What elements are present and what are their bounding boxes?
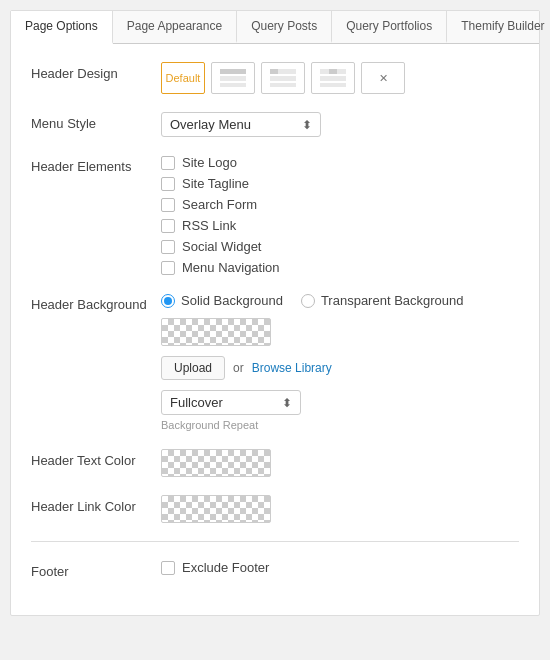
checkbox-menu-navigation[interactable]: Menu Navigation <box>161 260 519 275</box>
fullcover-wrapper: Fullcover ⬍ Background Repeat <box>161 390 519 431</box>
radio-transparent-background[interactable]: Transparent Background <box>301 293 464 308</box>
checkbox-box-site-tagline[interactable] <box>161 177 175 191</box>
header-link-color-label: Header Link Color <box>31 495 161 514</box>
svg-rect-8 <box>329 69 337 74</box>
header-elements-list: Site Logo Site Tagline Search Form RSS L… <box>161 155 519 275</box>
radio-dot-transparent[interactable] <box>301 294 315 308</box>
header-design-row: Header Design Default <box>31 62 519 94</box>
checkbox-label-site-logo: Site Logo <box>182 155 237 170</box>
checkbox-exclude-footer[interactable]: Exclude Footer <box>161 560 519 575</box>
header-design-label: Header Design <box>31 62 161 81</box>
settings-panel: Page Options Page Appearance Query Posts… <box>10 10 540 616</box>
checkbox-label-site-tagline: Site Tagline <box>182 176 249 191</box>
header-link-color-value <box>161 495 519 523</box>
checkbox-label-search-form: Search Form <box>182 197 257 212</box>
footer-label: Footer <box>31 560 161 579</box>
tab-themify-builder[interactable]: Themify Builder <box>447 11 550 43</box>
upload-or-text: or <box>233 361 244 375</box>
radio-label-solid: Solid Background <box>181 293 283 308</box>
checkbox-label-menu-navigation: Menu Navigation <box>182 260 280 275</box>
svg-rect-0 <box>220 69 246 74</box>
page-options-content: Header Design Default <box>11 44 539 615</box>
checkbox-site-logo[interactable]: Site Logo <box>161 155 519 170</box>
checkbox-box-social-widget[interactable] <box>161 240 175 254</box>
link-color-picker[interactable] <box>161 495 271 523</box>
radio-label-transparent: Transparent Background <box>321 293 464 308</box>
bg-repeat-label: Background Repeat <box>161 419 519 431</box>
header-link-color-row: Header Link Color <box>31 495 519 523</box>
svg-rect-6 <box>270 83 296 87</box>
header-text-color-value <box>161 449 519 477</box>
footer-row: Footer Exclude Footer <box>31 560 519 579</box>
svg-rect-10 <box>320 83 346 87</box>
header-text-color-label: Header Text Color <box>31 449 161 468</box>
tab-query-posts[interactable]: Query Posts <box>237 11 332 43</box>
section-divider <box>31 541 519 542</box>
design-option-layout2[interactable] <box>261 62 305 94</box>
header-design-value: Default <box>161 62 519 94</box>
bg-repeat-chevron-icon: ⬍ <box>282 396 292 410</box>
header-elements-row: Header Elements Site Logo Site Tagline S… <box>31 155 519 275</box>
header-elements-label: Header Elements <box>31 155 161 174</box>
radio-solid-background[interactable]: Solid Background <box>161 293 283 308</box>
checkbox-site-tagline[interactable]: Site Tagline <box>161 176 519 191</box>
design-option-none[interactable]: ✕ <box>361 62 405 94</box>
radio-dot-solid[interactable] <box>161 294 175 308</box>
header-text-color-row: Header Text Color <box>31 449 519 477</box>
svg-rect-1 <box>220 76 246 81</box>
header-background-row: Header Background Solid Background Trans… <box>31 293 519 431</box>
design-option-default[interactable]: Default <box>161 62 205 94</box>
svg-rect-2 <box>220 83 246 87</box>
svg-rect-5 <box>270 76 296 81</box>
tab-query-portfolios[interactable]: Query Portfolios <box>332 11 447 43</box>
checkbox-box-menu-navigation[interactable] <box>161 261 175 275</box>
checkbox-rss-link[interactable]: RSS Link <box>161 218 519 233</box>
upload-area: Upload or Browse Library <box>161 356 519 380</box>
header-elements-value: Site Logo Site Tagline Search Form RSS L… <box>161 155 519 275</box>
bg-repeat-select[interactable]: Fullcover ⬍ <box>161 390 301 415</box>
chevron-down-icon: ⬍ <box>302 118 312 132</box>
upload-button[interactable]: Upload <box>161 356 225 380</box>
tab-page-options[interactable]: Page Options <box>11 11 113 44</box>
tab-bar: Page Options Page Appearance Query Posts… <box>11 11 539 44</box>
design-option-layout1[interactable] <box>211 62 255 94</box>
checkbox-box-exclude-footer[interactable] <box>161 561 175 575</box>
design-options-group: Default <box>161 62 519 94</box>
svg-rect-4 <box>270 69 278 74</box>
footer-value: Exclude Footer <box>161 560 519 575</box>
text-color-picker[interactable] <box>161 449 271 477</box>
bg-repeat-select-text: Fullcover <box>170 395 274 410</box>
checkbox-label-social-widget: Social Widget <box>182 239 261 254</box>
checkbox-social-widget[interactable]: Social Widget <box>161 239 519 254</box>
design-option-layout3[interactable] <box>311 62 355 94</box>
menu-style-row: Menu Style Overlay Menu ⬍ <box>31 112 519 137</box>
header-background-value: Solid Background Transparent Background … <box>161 293 519 431</box>
background-radio-group: Solid Background Transparent Background <box>161 293 519 308</box>
svg-rect-9 <box>320 76 346 81</box>
background-color-picker[interactable] <box>161 318 271 346</box>
menu-style-value: Overlay Menu ⬍ <box>161 112 519 137</box>
checkbox-box-rss-link[interactable] <box>161 219 175 233</box>
checkbox-label-exclude-footer: Exclude Footer <box>182 560 269 575</box>
checkbox-box-search-form[interactable] <box>161 198 175 212</box>
tab-page-appearance[interactable]: Page Appearance <box>113 11 237 43</box>
checkbox-search-form[interactable]: Search Form <box>161 197 519 212</box>
menu-style-select[interactable]: Overlay Menu ⬍ <box>161 112 321 137</box>
menu-style-label: Menu Style <box>31 112 161 131</box>
menu-style-select-text: Overlay Menu <box>170 117 294 132</box>
header-background-label: Header Background <box>31 293 161 312</box>
checkbox-box-site-logo[interactable] <box>161 156 175 170</box>
browse-library-link[interactable]: Browse Library <box>252 361 332 375</box>
checkbox-label-rss-link: RSS Link <box>182 218 236 233</box>
